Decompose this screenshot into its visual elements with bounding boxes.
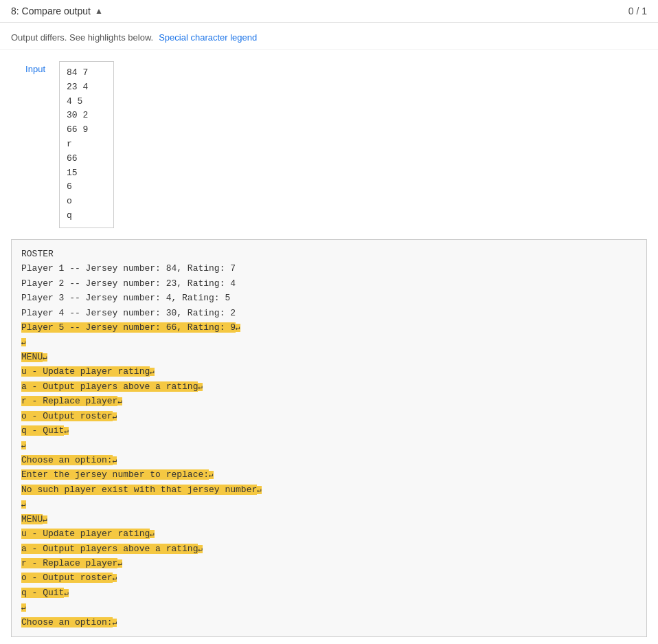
input-line: 4 5 — [67, 95, 106, 109]
header-left: 8: Compare output ▲ — [11, 5, 103, 16]
output-line: u - Update player rating↵ — [21, 526, 637, 541]
output-line: a - Output players above a rating↵ — [21, 542, 637, 556]
output-line: Player 4 -- Jersey number: 30, Rating: 2 — [21, 306, 637, 320]
output-line: ↵ — [21, 497, 637, 511]
output-line: u - Update player rating↵ — [21, 364, 637, 379]
output-line: Choose an option:↵ — [21, 453, 637, 467]
output-line: a - Output players above a rating↵ — [21, 379, 637, 394]
input-line: 15 — [67, 166, 106, 181]
input-line: 6 — [67, 180, 106, 195]
input-label: Input — [11, 61, 45, 228]
output-line: Player 2 -- Jersey number: 23, Rating: 4 — [21, 276, 637, 291]
output-line: q - Quit↵ — [21, 423, 637, 438]
special-character-legend-link[interactable]: Special character legend — [159, 32, 257, 43]
output-line: ↵ — [21, 600, 637, 614]
output-area: ROSTER Player 1 -- Jersey number: 84, Ra… — [11, 239, 647, 637]
output-line: o - Output roster↵ — [21, 570, 637, 585]
header-title: 8: Compare output — [11, 5, 91, 16]
input-line: 23 4 — [67, 80, 106, 95]
output-line: q - Quit↵ — [21, 586, 637, 600]
output-line: ↵ — [21, 438, 637, 452]
input-line: q — [67, 209, 106, 223]
output-line: MENU↵ — [21, 512, 637, 526]
output-line: Enter the jersey number to replace:↵ — [21, 467, 637, 482]
input-line: 66 — [67, 152, 106, 166]
input-line: r — [67, 137, 106, 152]
content-area: Input 84 723 44 530 266 9r66156oq — [0, 50, 658, 239]
output-differs-message: Output differs. See highlights below. — [11, 32, 153, 43]
input-line: o — [67, 195, 106, 209]
output-line: ROSTER — [21, 247, 637, 261]
output-line: r - Replace player↵ — [21, 394, 637, 408]
header-score: 0 / 1 — [628, 5, 647, 16]
output-line: r - Replace player↵ — [21, 556, 637, 570]
input-line: 66 9 — [67, 123, 106, 137]
subheader: Output differs. See highlights below. Sp… — [0, 23, 658, 50]
input-box: 84 723 44 530 266 9r66156oq — [59, 61, 114, 228]
input-line: 84 7 — [67, 66, 106, 80]
output-line: MENU↵ — [21, 350, 637, 364]
output-line: Player 5 -- Jersey number: 66, Rating: 9… — [21, 320, 637, 335]
output-line: Player 3 -- Jersey number: 4, Rating: 5 — [21, 291, 637, 305]
output-line: No such player exist with that jersey nu… — [21, 482, 637, 497]
header-bar: 8: Compare output ▲ 0 / 1 — [0, 0, 658, 23]
input-line: 30 2 — [67, 109, 106, 123]
output-line: Choose an option:↵ — [21, 615, 637, 630]
output-line: o - Output roster↵ — [21, 409, 637, 423]
output-line: Player 1 -- Jersey number: 84, Rating: 7 — [21, 261, 637, 276]
chevron-up-icon: ▲ — [95, 6, 103, 16]
output-line: ↵ — [21, 335, 637, 349]
